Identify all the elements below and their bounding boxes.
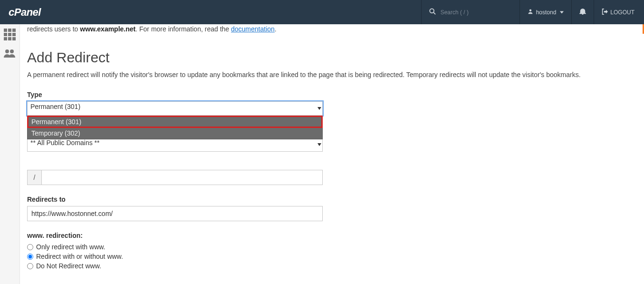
logo[interactable]: cPanel: [9, 6, 41, 19]
search-input[interactable]: [441, 9, 512, 16]
www-option-none-label: Do Not Redirect www.: [36, 261, 101, 271]
section-description: A permanent redirect will notify the vis…: [27, 70, 597, 79]
intro-prefix: redirects users to: [27, 25, 80, 33]
intro-domain: www.example.net: [80, 25, 135, 33]
sidebar-users[interactable]: [0, 45, 19, 63]
redirects-to-row: Redirects to: [27, 196, 634, 221]
intro-middle: . For more information, read the: [135, 25, 231, 33]
user-icon: [528, 9, 533, 16]
radio-no-www[interactable]: [27, 263, 33, 269]
caret-down-icon: [560, 9, 564, 16]
domain-row: ** All Public Domains **: [27, 137, 634, 152]
chevron-down-icon: [317, 143, 321, 146]
domain-selected-value: ** All Public Domains **: [30, 139, 100, 147]
www-option-only-label: Only redirect with www.: [36, 242, 105, 252]
domain-select[interactable]: ** All Public Domains **: [27, 137, 323, 152]
redirects-to-label: Redirects to: [27, 196, 634, 203]
logo-text: cPanel: [9, 6, 41, 19]
username-label: hostond: [536, 9, 557, 16]
svg-line-1: [433, 12, 435, 14]
svg-point-4: [10, 49, 14, 53]
type-select-wrap: Permanent (301) Permanent (301) Temporar…: [27, 101, 323, 116]
users-icon: [4, 49, 16, 59]
www-option-both-label: Redirect with or without www.: [36, 252, 123, 261]
www-option-only[interactable]: Only redirect with www.: [27, 242, 634, 252]
intro-text: redirects users to www.example.net. For …: [27, 25, 634, 33]
www-option-none[interactable]: Do Not Redirect www.: [27, 261, 634, 271]
svg-point-3: [5, 49, 9, 53]
sidebar-apps[interactable]: [0, 24, 19, 45]
sidebar: [0, 24, 20, 284]
path-row: /: [27, 170, 323, 185]
logout-icon: [602, 9, 608, 16]
search-segment[interactable]: [421, 0, 519, 24]
chevron-down-icon: [317, 107, 321, 110]
header-right: hostond LOGOUT: [421, 0, 644, 24]
www-option-both[interactable]: Redirect with or without www.: [27, 252, 634, 261]
path-prefix: /: [27, 170, 41, 185]
www-redirect-label: www. redirection:: [27, 232, 634, 239]
intro-suffix: .: [275, 25, 277, 33]
main-content: redirects users to www.example.net. For …: [20, 24, 641, 284]
radio-both-www[interactable]: [27, 254, 33, 260]
type-dropdown: Permanent (301) Temporary (302): [27, 116, 323, 139]
bell-icon: [579, 8, 586, 16]
user-menu[interactable]: hostond: [519, 0, 572, 24]
search-icon: [429, 8, 436, 16]
www-redirect-row: www. redirection: Only redirect with www…: [27, 232, 634, 271]
svg-point-0: [430, 9, 434, 13]
grid-icon: [4, 29, 16, 40]
type-option-temporary[interactable]: Temporary (302): [28, 127, 322, 139]
type-label: Type: [27, 91, 634, 98]
page-title: Add Redirect: [27, 49, 634, 66]
redirects-to-input[interactable]: [27, 206, 323, 221]
radio-only-www[interactable]: [27, 244, 33, 250]
path-input[interactable]: [41, 170, 323, 185]
documentation-link[interactable]: documentation: [231, 25, 275, 33]
notifications-button[interactable]: [571, 0, 594, 24]
www-radio-group: Only redirect with www. Redirect with or…: [27, 242, 634, 271]
type-row: Type Permanent (301) Permanent (301) Tem…: [27, 91, 634, 116]
type-option-permanent[interactable]: Permanent (301): [28, 116, 322, 127]
svg-point-2: [529, 10, 531, 12]
top-header: cPanel hostond LOGOUT: [0, 0, 644, 24]
type-select[interactable]: Permanent (301): [27, 101, 323, 116]
logout-label: LOGOUT: [610, 9, 634, 16]
logout-button[interactable]: LOGOUT: [594, 0, 644, 24]
type-selected-value: Permanent (301): [30, 103, 80, 110]
